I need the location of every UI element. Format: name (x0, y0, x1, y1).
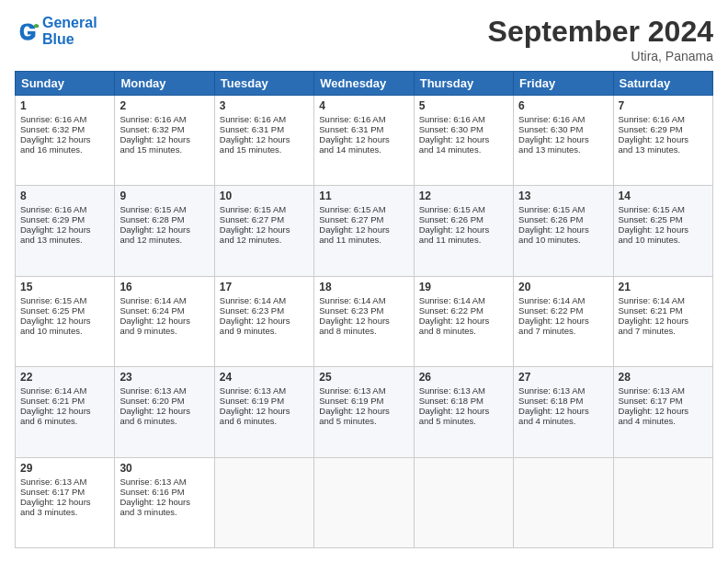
day-info-line: Sunset: 6:26 PM (518, 214, 608, 224)
day-info-line: Sunset: 6:22 PM (518, 305, 608, 316)
day-info-line: and 6 minutes. (119, 416, 209, 426)
col-header-sunday: Sunday (16, 72, 115, 96)
calendar-cell (314, 457, 414, 547)
day-number: 21 (619, 281, 708, 293)
calendar-cell (214, 457, 313, 547)
day-info-line: and 8 minutes. (319, 326, 408, 336)
day-info-line: Sunset: 6:18 PM (419, 396, 508, 406)
logo-icon (15, 18, 40, 44)
day-info-line: Sunset: 6:32 PM (119, 124, 209, 134)
calendar-week-row: 22Sunrise: 6:14 AMSunset: 6:21 PMDayligh… (16, 367, 713, 457)
day-number: 29 (20, 462, 109, 475)
day-info-line: Sunrise: 6:13 AM (319, 385, 408, 396)
day-info-line: Sunrise: 6:15 AM (419, 204, 508, 214)
day-info-line: Sunrise: 6:14 AM (220, 295, 309, 305)
day-number: 2 (119, 99, 209, 112)
day-number: 25 (319, 371, 408, 384)
calendar-cell: 19Sunrise: 6:14 AMSunset: 6:22 PMDayligh… (414, 276, 513, 366)
calendar-cell: 1Sunrise: 6:16 AMSunset: 6:32 PMDaylight… (16, 96, 115, 186)
day-info-line: Sunset: 6:31 PM (319, 124, 408, 134)
day-info-line: Sunrise: 6:15 AM (220, 204, 309, 214)
calendar-week-row: 29Sunrise: 6:13 AMSunset: 6:17 PMDayligh… (16, 457, 713, 547)
location: Utira, Panama (488, 49, 713, 63)
calendar-week-row: 15Sunrise: 6:15 AMSunset: 6:25 PMDayligh… (16, 276, 713, 366)
day-info-line: Sunset: 6:17 PM (20, 487, 109, 497)
col-header-thursday: Thursday (414, 72, 513, 96)
calendar-week-row: 1Sunrise: 6:16 AMSunset: 6:32 PMDaylight… (16, 96, 713, 186)
day-info-line: Sunrise: 6:16 AM (220, 114, 309, 124)
day-info-line: Daylight: 12 hours (220, 406, 309, 416)
calendar-cell: 28Sunrise: 6:13 AMSunset: 6:17 PMDayligh… (613, 367, 712, 457)
day-info-line: Sunrise: 6:15 AM (619, 204, 708, 214)
day-info-line: and 9 minutes. (220, 326, 309, 336)
day-info-line: Sunrise: 6:14 AM (20, 385, 109, 396)
day-info-line: and 8 minutes. (419, 326, 508, 336)
calendar-cell: 17Sunrise: 6:14 AMSunset: 6:23 PMDayligh… (214, 276, 313, 366)
day-info-line: Sunset: 6:17 PM (619, 396, 708, 406)
day-info-line: Daylight: 12 hours (220, 224, 309, 235)
day-info-line: Daylight: 12 hours (619, 134, 708, 144)
calendar-header-row: SundayMondayTuesdayWednesdayThursdayFrid… (16, 72, 713, 96)
day-info-line: and 11 minutes. (319, 235, 408, 245)
day-info-line: Daylight: 12 hours (619, 406, 708, 416)
day-info-line: Daylight: 12 hours (419, 316, 508, 326)
day-number: 1 (20, 99, 109, 112)
day-number: 14 (619, 190, 708, 202)
day-number: 28 (619, 371, 708, 384)
calendar-cell: 23Sunrise: 6:13 AMSunset: 6:20 PMDayligh… (115, 367, 214, 457)
logo: General Blue (15, 15, 97, 48)
day-info-line: Sunset: 6:31 PM (220, 124, 309, 134)
day-info-line: Sunrise: 6:13 AM (220, 385, 309, 396)
calendar-cell: 11Sunrise: 6:15 AMSunset: 6:27 PMDayligh… (314, 186, 414, 276)
day-number: 22 (20, 371, 109, 384)
day-info-line: and 4 minutes. (619, 416, 708, 426)
day-info-line: and 13 minutes. (518, 144, 608, 155)
day-info-line: Sunrise: 6:14 AM (119, 295, 209, 305)
calendar-cell: 3Sunrise: 6:16 AMSunset: 6:31 PMDaylight… (214, 96, 313, 186)
day-number: 3 (220, 99, 309, 112)
day-info-line: Daylight: 12 hours (119, 134, 209, 144)
logo-text: General Blue (42, 15, 97, 48)
day-info-line: Sunrise: 6:14 AM (419, 295, 508, 305)
calendar-cell: 21Sunrise: 6:14 AMSunset: 6:21 PMDayligh… (613, 276, 712, 366)
day-info-line: Sunrise: 6:16 AM (20, 204, 109, 214)
calendar-table: SundayMondayTuesdayWednesdayThursdayFrid… (15, 71, 713, 548)
day-info-line: Daylight: 12 hours (119, 406, 209, 416)
day-info-line: Sunset: 6:32 PM (20, 124, 109, 134)
day-info-line: and 15 minutes. (119, 144, 209, 155)
day-info-line: Daylight: 12 hours (619, 316, 708, 326)
day-info-line: and 14 minutes. (319, 144, 408, 155)
day-number: 9 (119, 190, 209, 202)
day-info-line: Sunset: 6:18 PM (518, 396, 608, 406)
day-info-line: Sunrise: 6:16 AM (20, 114, 109, 124)
calendar-cell: 29Sunrise: 6:13 AMSunset: 6:17 PMDayligh… (16, 457, 115, 547)
calendar-cell (514, 457, 613, 547)
day-info-line: and 12 minutes. (220, 235, 309, 245)
calendar-cell: 20Sunrise: 6:14 AMSunset: 6:22 PMDayligh… (514, 276, 613, 366)
day-info-line: Sunrise: 6:13 AM (419, 385, 508, 396)
day-info-line: and 13 minutes. (619, 144, 708, 155)
day-info-line: Daylight: 12 hours (119, 497, 209, 507)
day-info-line: Sunrise: 6:16 AM (518, 114, 608, 124)
day-number: 26 (419, 371, 508, 384)
col-header-tuesday: Tuesday (214, 72, 313, 96)
calendar-cell: 24Sunrise: 6:13 AMSunset: 6:19 PMDayligh… (214, 367, 313, 457)
day-info-line: Daylight: 12 hours (319, 134, 408, 144)
day-info-line: Daylight: 12 hours (119, 316, 209, 326)
day-info-line: Daylight: 12 hours (419, 406, 508, 416)
day-info-line: Sunrise: 6:13 AM (119, 385, 209, 396)
calendar-cell: 10Sunrise: 6:15 AMSunset: 6:27 PMDayligh… (214, 186, 313, 276)
day-number: 12 (419, 190, 508, 202)
calendar-cell: 15Sunrise: 6:15 AMSunset: 6:25 PMDayligh… (16, 276, 115, 366)
day-info-line: Sunset: 6:28 PM (119, 214, 209, 224)
day-info-line: and 5 minutes. (419, 416, 508, 426)
calendar-week-row: 8Sunrise: 6:16 AMSunset: 6:29 PMDaylight… (16, 186, 713, 276)
day-number: 16 (119, 281, 209, 293)
day-info-line: Sunrise: 6:13 AM (619, 385, 708, 396)
day-info-line: and 13 minutes. (20, 235, 109, 245)
day-info-line: Daylight: 12 hours (518, 316, 608, 326)
calendar-cell: 6Sunrise: 6:16 AMSunset: 6:30 PMDaylight… (514, 96, 613, 186)
day-info-line: Sunrise: 6:15 AM (518, 204, 608, 214)
calendar-cell: 26Sunrise: 6:13 AMSunset: 6:18 PMDayligh… (414, 367, 513, 457)
day-info-line: Daylight: 12 hours (419, 224, 508, 235)
